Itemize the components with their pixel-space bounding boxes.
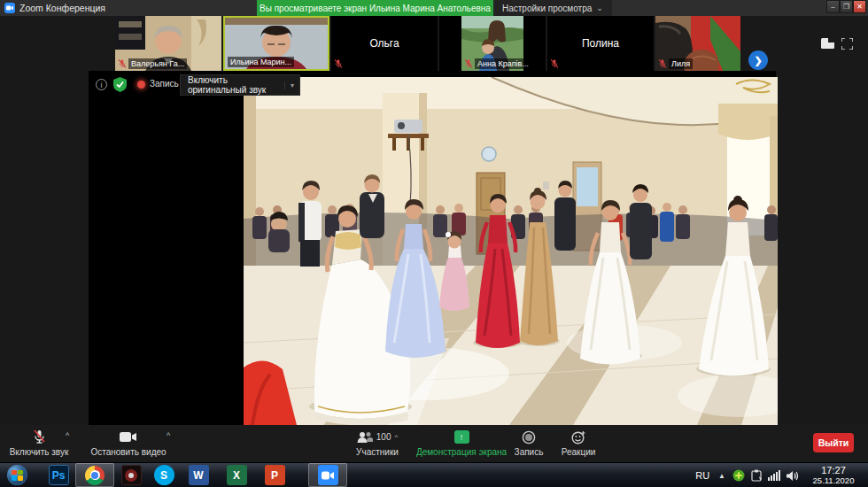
maximize-button[interactable]: ❐ [840, 0, 853, 13]
muted-mic-icon [118, 58, 127, 69]
taskbar-item-chrome[interactable] [75, 463, 114, 487]
taskbar-item-photoshop[interactable]: Ps [39, 463, 78, 487]
participants-count: 100 [376, 432, 391, 442]
system-tray: RU ▲ [695, 463, 868, 487]
mic-muted-icon [33, 429, 46, 444]
excel-icon: X [227, 465, 247, 485]
volume-icon[interactable] [787, 470, 800, 482]
taskbar-item-skype[interactable]: S [144, 463, 183, 487]
participant-tile-anna[interactable]: Анна Крапів... [439, 16, 546, 71]
close-button[interactable]: ✕ [853, 0, 866, 13]
taskbar-item-zoom[interactable] [308, 463, 347, 487]
muted-mic-icon [334, 58, 343, 69]
chrome-icon [85, 466, 105, 485]
participants-label: Участники [356, 447, 399, 457]
participant-name: Полина [547, 16, 654, 71]
unmute-label: Включить звук [10, 447, 69, 457]
original-sound-button[interactable]: Включить оригинальный звук ▾ [180, 74, 300, 96]
zoom-meeting-window: Zoom Конференция Вы просматриваете экран… [0, 0, 868, 487]
network-signal-icon[interactable] [768, 470, 780, 481]
photoshop-icon: Ps [49, 465, 69, 485]
participant-name: Ильина Марин... [228, 57, 294, 67]
participant-tile-lilya[interactable]: Лиля [655, 16, 740, 71]
zoom-app-icon [4, 3, 15, 13]
muted-mic-icon [464, 58, 473, 69]
clipboard-tray-icon[interactable] [751, 469, 762, 482]
minimize-button[interactable]: – [826, 0, 840, 13]
participants-filmstrip: Валерьян Га... Ильина Марин... Ольга [0, 16, 868, 71]
reactions-smiley-icon [571, 430, 586, 444]
title-bar: Zoom Конференция Вы просматриваете экран… [0, 0, 868, 16]
start-button[interactable] [7, 465, 27, 485]
stop-video-label: Остановить видео [90, 447, 166, 457]
reactions-button[interactable]: Реакции [554, 427, 602, 460]
tray-time: 17:27 [806, 465, 861, 476]
recording-indicator-icon[interactable] [137, 81, 145, 89]
encryption-shield-icon[interactable] [113, 77, 127, 92]
window-title: Zoom Конференция [19, 3, 105, 13]
windows-taskbar: Ps S W X P [0, 462, 868, 487]
chevron-down-icon: ▾ [284, 81, 294, 89]
view-settings-label: Настройки просмотра [502, 4, 592, 13]
record-icon [522, 430, 536, 444]
participant-tile-polina[interactable]: Полина [547, 16, 654, 71]
tray-clock[interactable]: 17:27 25.11.2020 [806, 465, 861, 486]
share-screen-icon: ↑ [454, 430, 469, 444]
taskbar-item-excel[interactable]: X [217, 463, 256, 487]
fullscreen-icon[interactable] [841, 38, 853, 50]
taskbar-item-word[interactable]: W [179, 463, 218, 487]
share-screen-label: Демонстрация экрана [416, 447, 507, 457]
mic-options-caret[interactable]: ^ [66, 431, 69, 440]
windows-logo-icon [12, 470, 23, 481]
muted-mic-icon [550, 58, 559, 69]
participant-tile-valeryan[interactable]: Валерьян Га... [115, 16, 221, 71]
skype-icon: S [154, 465, 174, 485]
participant-name: Валерьян Га... [128, 58, 187, 69]
stop-video-button[interactable]: Остановить видео ^ [81, 427, 175, 460]
word-icon: W [189, 465, 209, 485]
reactions-label: Реакции [562, 447, 596, 457]
leave-meeting-button[interactable]: Выйти [813, 433, 854, 452]
view-settings-menu[interactable]: Настройки просмотра ⌄ [493, 0, 612, 16]
screen-recorder-icon [121, 465, 142, 485]
shared-screen-area: i Запись Включить оригинальный звук ▾ [0, 71, 868, 425]
muted-mic-icon [658, 58, 667, 69]
camera-icon [120, 431, 137, 443]
share-screen-button[interactable]: ↑ Демонстрация экрана [413, 427, 510, 460]
video-options-caret[interactable]: ^ [167, 431, 170, 440]
recording-label: Запись [150, 79, 179, 89]
viewing-screen-banner: Вы просматриваете экран Ильина Марина Ан… [257, 0, 493, 16]
gallery-view-icon[interactable] [821, 38, 834, 49]
participants-icon [357, 431, 373, 444]
next-participants-button[interactable]: ❯ [748, 50, 768, 70]
tray-date: 25.11.2020 [806, 476, 861, 486]
participants-caret[interactable]: ^ [394, 433, 398, 441]
shared-screen-video [244, 77, 778, 425]
participant-tile-olga[interactable]: Ольга [331, 16, 438, 71]
chevron-down-icon: ⌄ [596, 4, 603, 12]
unmute-button[interactable]: Включить звук ^ [2, 427, 76, 460]
participant-tile-ilyina[interactable]: Ильина Марин... [223, 16, 329, 71]
shared-screen-letterbox: i Запись Включить оригинальный звук ▾ [89, 71, 776, 425]
hidden-icons-caret[interactable]: ▲ [718, 472, 725, 480]
participants-button[interactable]: 100 ^ Участники [344, 427, 411, 460]
language-indicator[interactable]: RU [695, 470, 709, 481]
participant-name: Ольга [331, 16, 438, 71]
powerpoint-icon: P [265, 465, 285, 485]
participant-name: Лиля [669, 58, 693, 69]
original-sound-label: Включить оригинальный звук [188, 75, 277, 95]
record-button[interactable]: Запись [507, 427, 551, 460]
participant-name: Анна Крапів... [475, 58, 531, 69]
antivirus-tray-icon[interactable] [732, 469, 745, 482]
info-icon[interactable]: i [96, 79, 107, 90]
taskbar-item-powerpoint[interactable]: P [255, 463, 294, 487]
record-label: Запись [515, 447, 544, 457]
ballroom-scene [244, 77, 778, 425]
meeting-toolbar: Включить звук ^ Остановить видео ^ [0, 425, 868, 462]
zoom-taskbar-icon [318, 465, 338, 485]
